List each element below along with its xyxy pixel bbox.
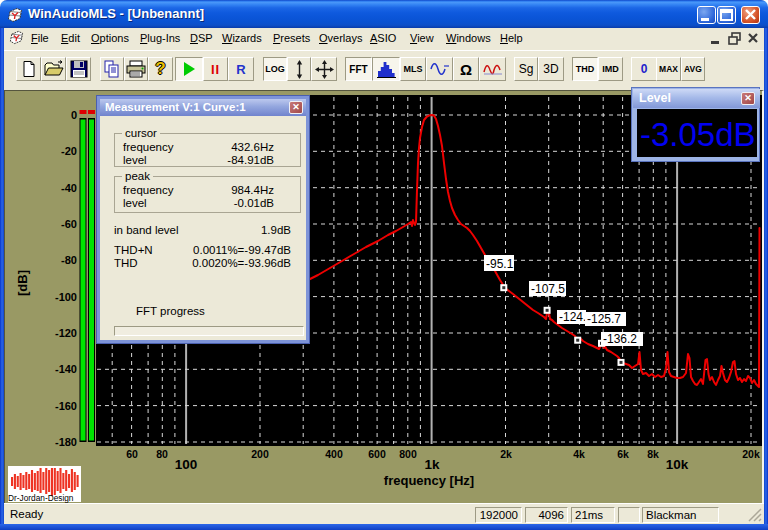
- svg-text:600: 600: [368, 448, 386, 460]
- svg-text:60: 60: [126, 448, 138, 460]
- svg-text:4k: 4k: [573, 448, 585, 460]
- svg-text:-136.2: -136.2: [603, 332, 637, 346]
- svg-text:-80: -80: [61, 254, 77, 266]
- svg-text:2k: 2k: [500, 448, 512, 460]
- svg-text:-40: -40: [61, 182, 77, 194]
- svg-text:-60: -60: [61, 218, 77, 230]
- svg-text:80: 80: [156, 448, 168, 460]
- svg-text:[dB]: [dB]: [15, 270, 30, 296]
- svg-text:10k: 10k: [666, 457, 689, 472]
- svg-text:800: 800: [399, 448, 417, 460]
- svg-text:6k: 6k: [617, 448, 629, 460]
- svg-text:-107.5: -107.5: [531, 282, 565, 296]
- svg-text:-125.7: -125.7: [587, 312, 621, 326]
- svg-text:0: 0: [71, 109, 77, 121]
- svg-text:8k: 8k: [647, 448, 659, 460]
- svg-text:200: 200: [251, 448, 269, 460]
- svg-text:frequency [Hz]: frequency [Hz]: [384, 473, 474, 488]
- svg-text:-140: -140: [55, 363, 77, 375]
- svg-text:400: 400: [325, 448, 343, 460]
- svg-text:-180: -180: [55, 436, 77, 448]
- svg-text:-100: -100: [55, 291, 77, 303]
- svg-text:-124.: -124.: [559, 310, 586, 324]
- svg-text:20k: 20k: [742, 448, 760, 460]
- svg-text:100: 100: [175, 457, 198, 472]
- svg-text:-20: -20: [61, 145, 77, 157]
- svg-text:-95.1: -95.1: [486, 257, 514, 271]
- svg-text:-160: -160: [55, 400, 77, 412]
- svg-text:-120: -120: [55, 327, 77, 339]
- svg-text:1k: 1k: [424, 457, 440, 472]
